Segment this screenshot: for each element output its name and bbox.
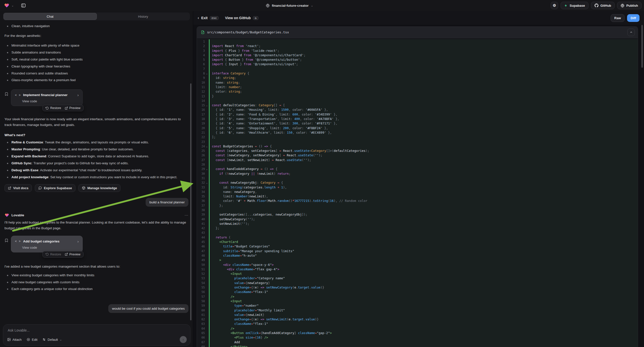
image-icon xyxy=(7,338,11,341)
chevron-down-icon: ⌄ xyxy=(60,338,62,341)
version-card-add-budget-categories[interactable]: < > Add budget categories › View code Re… xyxy=(11,236,83,252)
code-line-content: /> xyxy=(209,326,638,331)
fold-spacer xyxy=(205,148,209,153)
code-line: 47 subtitle="Manage your spending limits… xyxy=(197,249,638,254)
restore-button[interactable]: Restore xyxy=(46,106,61,110)
code-line-content: name: string; xyxy=(209,80,638,85)
view-on-github-button[interactable]: View on GitHub G xyxy=(225,16,258,20)
bookmark-icon[interactable] xyxy=(4,238,8,243)
line-number: 26 xyxy=(197,153,205,158)
fold-spacer xyxy=(205,58,209,62)
edit-button[interactable]: Edit xyxy=(27,338,37,342)
chat-message-list: Clean, intuitive navigation For the desi… xyxy=(0,22,193,324)
list-item: Each category gets a unique color for vi… xyxy=(4,286,188,292)
preview-button[interactable]: Preview xyxy=(65,106,80,110)
chat-composer: Attach Edit Default ⌄ ↑ xyxy=(3,324,190,346)
line-number: 33 xyxy=(197,185,205,190)
settings-button[interactable]: ⚙ xyxy=(551,2,558,9)
esc-key-badge: ESC xyxy=(210,16,218,20)
diff-button[interactable]: Diff xyxy=(627,14,640,22)
list-item: Add project knowledge: Set key context o… xyxy=(4,175,188,180)
fold-icon[interactable]: ⌄ xyxy=(205,167,209,171)
code-line: 57 /> xyxy=(197,294,638,299)
lovable-logo-icon[interactable] xyxy=(4,3,10,8)
line-number: 25 xyxy=(197,148,205,153)
app-window: ⌄ financial-future-creator ⌄ ⚙ Supabase … xyxy=(0,0,644,347)
github-button[interactable]: GitHub xyxy=(591,2,615,9)
fold-spacer xyxy=(205,262,209,267)
fold-icon[interactable]: ⌄ xyxy=(205,103,209,108)
fold-spacer xyxy=(205,344,209,347)
code-scrollbar-thumb[interactable] xyxy=(641,25,643,68)
fold-spacer xyxy=(205,285,209,290)
restore-label: Restore xyxy=(50,253,61,256)
code-line: 21 { id: '6', name: 'Healthcare', limit:… xyxy=(197,130,638,135)
code-line-content: const newCategoryObj: Category = { xyxy=(209,180,638,185)
fold-spacer xyxy=(205,176,209,180)
code-line-content: value={newLimit} xyxy=(209,313,638,317)
view-code-link[interactable]: View code xyxy=(22,246,79,250)
supabase-button[interactable]: Supabase xyxy=(560,2,588,9)
raw-button[interactable]: Raw xyxy=(611,14,625,22)
code-line-content: import { Plus } from 'lucide-react'; xyxy=(209,48,638,53)
code-line-content: ]; xyxy=(209,135,638,140)
fold-icon[interactable]: ⌄ xyxy=(205,180,209,185)
project-switcher[interactable]: financial-future-creator ⌄ xyxy=(266,0,313,11)
manage-knowledge-button[interactable]: Manage knowledge xyxy=(78,184,120,192)
collapse-file-button[interactable] xyxy=(627,29,635,36)
line-number: 35 xyxy=(197,194,205,199)
github-icon xyxy=(594,4,598,8)
bookmark-icon[interactable] xyxy=(4,92,8,96)
code-line-content: limit: number; xyxy=(209,85,638,89)
line-number: 4 xyxy=(197,53,205,58)
fold-spacer xyxy=(205,272,209,276)
code-line-content: { id: '3', name: 'Transportation', limit… xyxy=(209,117,638,121)
publish-button[interactable]: Publish xyxy=(617,2,642,9)
code-line: 41 setNewLimit(''); xyxy=(197,222,638,226)
code-line-content: /> xyxy=(209,294,638,299)
fold-spacer xyxy=(205,153,209,158)
code-panel: ‹ Exit ESC View on GitHub G Raw Diff src… xyxy=(193,11,644,347)
code-line-content xyxy=(209,176,638,180)
sidebar-toggle-icon[interactable] xyxy=(19,2,28,9)
code-line: 58 <Input xyxy=(197,299,638,304)
code-line: 1 xyxy=(197,39,638,44)
code-line: 19 { id: '4', name: 'Entertainment', lim… xyxy=(197,121,638,126)
version-card-implement-financial-planner[interactable]: < > Implement financial planner › View c… xyxy=(11,89,83,106)
attach-button[interactable]: Attach xyxy=(7,338,22,342)
fold-icon[interactable]: ⌄ xyxy=(205,71,209,76)
fold-spacer xyxy=(205,281,209,285)
restore-button[interactable]: Restore xyxy=(46,253,61,256)
tab-history[interactable]: History xyxy=(97,13,190,20)
visit-docs-button[interactable]: Visit docs xyxy=(4,184,32,192)
line-number: 24 xyxy=(197,144,205,148)
chevron-up-icon xyxy=(630,30,633,34)
workspace-chevron-icon[interactable]: ⌄ xyxy=(12,4,14,7)
line-number: 67 xyxy=(197,340,205,344)
send-button[interactable]: ↑ xyxy=(180,336,187,343)
mode-selector[interactable]: Default ⌄ xyxy=(42,338,62,342)
chevron-right-icon: › xyxy=(78,93,79,97)
fold-icon[interactable]: ⌄ xyxy=(205,144,209,148)
file-added-icon xyxy=(201,30,205,34)
tab-chat[interactable]: Chat xyxy=(4,13,97,20)
code-line: 68 </Button> xyxy=(197,344,638,347)
chat-scrollbar-thumb[interactable] xyxy=(190,84,192,320)
fold-spacer xyxy=(205,317,209,322)
explore-supabase-button[interactable]: Explore Supabase xyxy=(35,184,76,192)
line-number: 19 xyxy=(197,121,205,126)
preview-button[interactable]: Preview xyxy=(65,253,80,256)
code-line-content: className="h-auto" xyxy=(209,254,638,258)
code-line: 27 const [newLimit, setNewLimit] = React… xyxy=(197,158,638,162)
exit-button[interactable]: ‹ Exit ESC xyxy=(198,16,218,20)
view-code-link[interactable]: View code xyxy=(22,99,79,103)
assistant-name: Lovable xyxy=(12,213,182,217)
file-header[interactable]: src/components/budget/BudgetCategories.t… xyxy=(197,27,638,38)
chat-input[interactable] xyxy=(8,328,168,332)
more-options-icon[interactable]: ⋯ xyxy=(184,213,188,218)
fold-spacer xyxy=(205,313,209,317)
version-title: Implement financial planner xyxy=(23,93,75,97)
code-line-content: { id: '1', name: 'Housing', limit: 1500,… xyxy=(209,108,638,112)
fold-spacer xyxy=(205,53,209,58)
code-line-content xyxy=(209,230,638,235)
